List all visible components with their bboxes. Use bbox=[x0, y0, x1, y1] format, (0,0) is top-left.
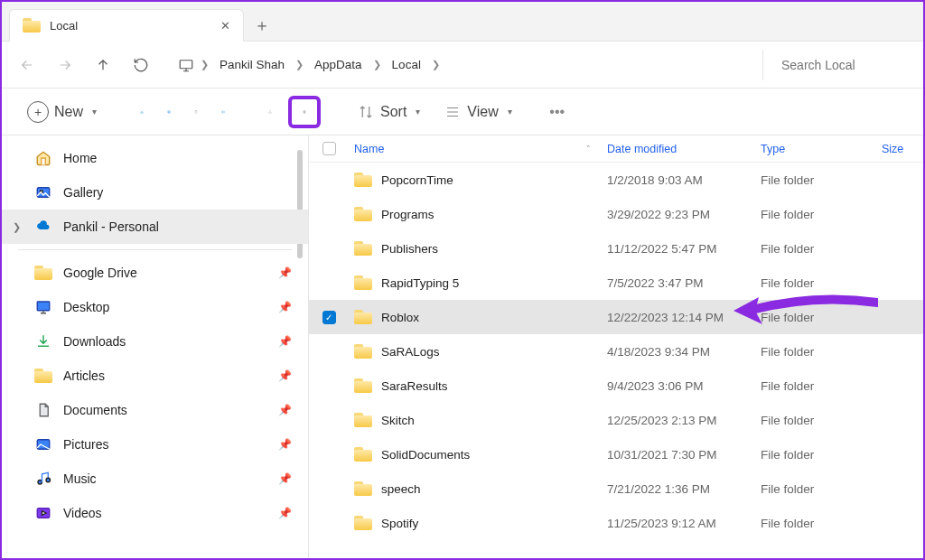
svg-point-1 bbox=[141, 112, 142, 113]
file-row[interactable]: Programs3/29/2022 9:23 PMFile folder bbox=[309, 197, 923, 231]
col-type[interactable]: Type bbox=[761, 143, 882, 155]
rename-button[interactable] bbox=[214, 103, 232, 121]
pin-icon: 📌 bbox=[278, 266, 292, 279]
gallery-icon bbox=[34, 183, 52, 201]
sidebar-item-downloads[interactable]: Downloads📌 bbox=[2, 324, 308, 359]
file-pane: Name˄ Date modified Type Size PopcornTim… bbox=[309, 135, 923, 558]
crumb-0[interactable]: Pankil Shah bbox=[214, 54, 290, 75]
cut-button[interactable] bbox=[133, 103, 151, 121]
file-date: 12/22/2023 12:14 PM bbox=[607, 311, 761, 324]
file-row[interactable]: RapidTyping 57/5/2022 3:47 PMFile folder bbox=[309, 266, 923, 300]
sidebar-item-label: Music bbox=[63, 471, 97, 486]
col-size[interactable]: Size bbox=[882, 143, 923, 155]
file-date: 10/31/2021 7:30 PM bbox=[607, 448, 761, 462]
videos-icon bbox=[34, 504, 52, 522]
file-row[interactable]: speech7/21/2022 1:36 PMFile folder bbox=[309, 471, 923, 506]
copy-button[interactable] bbox=[160, 103, 178, 121]
file-type: File folder bbox=[761, 517, 882, 530]
sidebar-item-google-drive[interactable]: Google Drive📌 bbox=[2, 256, 308, 290]
column-header: Name˄ Date modified Type Size bbox=[309, 135, 923, 163]
pin-icon: 📌 bbox=[278, 369, 292, 382]
folder-icon bbox=[354, 516, 372, 530]
search-input[interactable] bbox=[781, 58, 907, 72]
sidebar-item-desktop[interactable]: Desktop📌 bbox=[2, 290, 308, 324]
new-label: New bbox=[54, 104, 83, 120]
file-row[interactable]: Publishers11/12/2022 5:47 PMFile folder bbox=[309, 231, 923, 266]
file-row[interactable]: SaRALogs4/18/2023 9:34 PMFile folder bbox=[309, 334, 923, 369]
folder-icon bbox=[354, 173, 372, 187]
file-row[interactable]: PopcornTime1/2/2018 9:03 AMFile folder bbox=[309, 163, 923, 197]
active-tab[interactable]: Local ✕ bbox=[9, 9, 244, 42]
navbar: ❯ Pankil Shah ❯ AppData ❯ Local ❯ bbox=[2, 42, 923, 89]
chevron-icon: ❯ bbox=[201, 59, 209, 70]
sidebar-item-home[interactable]: Home bbox=[2, 141, 308, 175]
more-button[interactable]: ••• bbox=[548, 103, 566, 121]
sidebar-item-label: Documents bbox=[63, 403, 127, 417]
sidebar-item-articles[interactable]: Articles📌 bbox=[2, 359, 308, 393]
file-name: Skitch bbox=[381, 414, 415, 427]
view-icon bbox=[444, 103, 462, 121]
folder-icon bbox=[354, 413, 372, 427]
onedrive-icon bbox=[34, 218, 52, 236]
folder-icon bbox=[354, 378, 372, 393]
back-button[interactable] bbox=[18, 56, 36, 74]
sort-button[interactable]: Sort ▾ bbox=[350, 97, 427, 127]
sidebar: HomeGallery❯Pankil - Personal Google Dri… bbox=[2, 135, 309, 558]
delete-button[interactable] bbox=[295, 103, 313, 121]
crumb-1[interactable]: AppData bbox=[309, 54, 368, 75]
new-tab-button[interactable]: ＋ bbox=[244, 9, 280, 42]
chevron-down-icon: ▾ bbox=[92, 107, 97, 117]
music-icon bbox=[34, 470, 52, 488]
share-button[interactable] bbox=[261, 103, 279, 121]
folder-icon bbox=[23, 18, 41, 33]
pin-icon: 📌 bbox=[278, 404, 292, 416]
paste-button[interactable] bbox=[187, 103, 205, 121]
file-row[interactable]: Skitch12/25/2023 2:13 PMFile folder bbox=[309, 403, 923, 437]
chevron-icon: ❯ bbox=[432, 59, 440, 70]
body: HomeGallery❯Pankil - Personal Google Dri… bbox=[2, 135, 923, 558]
up-button[interactable] bbox=[94, 56, 112, 74]
file-name: SaraResults bbox=[381, 379, 448, 393]
pc-icon[interactable] bbox=[177, 56, 195, 74]
svg-rect-3 bbox=[168, 111, 170, 113]
file-type: File folder bbox=[761, 276, 882, 290]
pin-icon: 📌 bbox=[278, 301, 292, 313]
file-row[interactable]: SaraResults9/4/2023 3:06 PMFile folder bbox=[309, 369, 923, 403]
file-date: 7/5/2022 3:47 PM bbox=[607, 276, 761, 290]
refresh-button[interactable] bbox=[132, 56, 150, 74]
file-date: 9/4/2023 3:06 PM bbox=[607, 379, 761, 393]
sidebar-item-videos[interactable]: Videos📌 bbox=[2, 496, 308, 530]
sidebar-item-pictures[interactable]: Pictures📌 bbox=[2, 427, 308, 462]
forward-button[interactable] bbox=[56, 56, 74, 74]
sidebar-item-music[interactable]: Music📌 bbox=[2, 462, 308, 496]
file-name: RapidTyping 5 bbox=[381, 276, 459, 290]
file-name: Roblox bbox=[381, 311, 419, 324]
file-row[interactable]: ✓Roblox12/22/2023 12:14 PMFile folder bbox=[309, 300, 923, 334]
file-type: File folder bbox=[761, 345, 882, 359]
col-date[interactable]: Date modified bbox=[607, 143, 761, 155]
sidebar-item-gallery[interactable]: Gallery bbox=[2, 175, 308, 210]
crumb-2[interactable]: Local bbox=[387, 54, 426, 75]
desktop-icon bbox=[34, 298, 52, 316]
file-type: File folder bbox=[761, 414, 882, 427]
close-icon[interactable]: ✕ bbox=[220, 19, 230, 33]
downloads-icon bbox=[34, 332, 52, 350]
view-button[interactable]: View ▾ bbox=[436, 97, 519, 127]
delete-highlight bbox=[288, 96, 321, 128]
select-all-checkbox[interactable] bbox=[322, 142, 336, 155]
svg-rect-7 bbox=[222, 111, 225, 113]
file-name: PopcornTime bbox=[381, 173, 453, 187]
new-button[interactable]: + New ▾ bbox=[20, 97, 104, 127]
file-list: PopcornTime1/2/2018 9:03 AMFile folderPr… bbox=[309, 163, 923, 558]
chevron-right-icon: ❯ bbox=[13, 221, 21, 233]
file-row[interactable]: SolidDocuments10/31/2021 7:30 PMFile fol… bbox=[309, 437, 923, 471]
sidebar-item-documents[interactable]: Documents📌 bbox=[2, 393, 308, 427]
sidebar-item-label: Downloads bbox=[63, 334, 126, 349]
col-name[interactable]: Name˄ bbox=[349, 143, 607, 155]
svg-rect-10 bbox=[37, 302, 50, 311]
row-checkbox[interactable]: ✓ bbox=[322, 311, 336, 324]
file-row[interactable]: Spotify11/25/2023 9:12 AMFile folder bbox=[309, 506, 923, 540]
search-box[interactable] bbox=[762, 50, 907, 80]
sort-label: Sort bbox=[380, 104, 406, 120]
sidebar-item-pankil-personal[interactable]: ❯Pankil - Personal bbox=[2, 210, 308, 244]
